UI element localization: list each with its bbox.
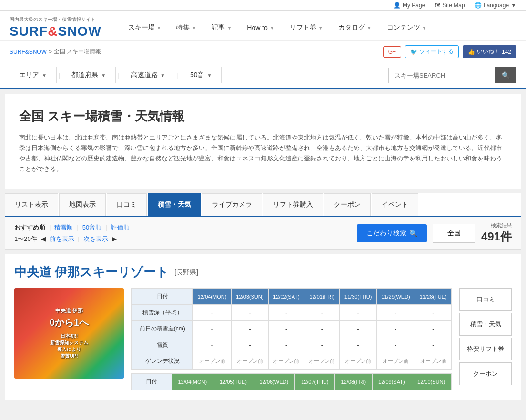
tab-snow[interactable]: 積雪・天気 [148, 193, 201, 216]
snow-quality-label: 雪質 [132, 337, 193, 353]
status-row: ゲレンデ状況 オープン前 オープン前 オープン前 オープン前 オープン前 オープ… [132, 353, 452, 370]
my-page-link[interactable]: 👤 My Page [394, 2, 425, 9]
review-button[interactable]: 口コミ [459, 288, 512, 311]
status-label: ゲレンデ状況 [132, 353, 193, 370]
chevron-down-icon: ▼ [192, 25, 196, 30]
area-filter[interactable]: エリア ▼ [10, 67, 57, 83]
sort-rating[interactable]: 評価順 [111, 223, 130, 232]
snow-depth-label: 積雪深（平均） [132, 305, 193, 321]
tab-livecam[interactable]: ライブカメラ [202, 193, 262, 216]
nav-howto[interactable]: How to ▼ [239, 15, 282, 40]
tab-event[interactable]: イベント [372, 193, 418, 216]
logo[interactable]: SURF&SNOW [10, 24, 101, 39]
fifty-sound-filter[interactable]: 50音 ▼ [181, 67, 222, 83]
chevron-down-icon: ▼ [101, 73, 106, 78]
result-count: 491件 [481, 229, 512, 244]
snow-future-table: 日付 12/04(MON) 12/05(TUE) 12/06(WED) 12/0… [132, 373, 452, 390]
search-input[interactable] [388, 68, 493, 83]
status-7: オープン前 [415, 353, 452, 370]
prefecture-filter[interactable]: 都道府県 ▼ [62, 67, 116, 83]
site-map-link[interactable]: 🗺 Site Map [435, 2, 465, 9]
kodawari-search-button[interactable]: こだわり検索 🔍 [357, 224, 427, 242]
nav-ski-resort[interactable]: スキー場 ▼ [121, 15, 169, 40]
nav-article[interactable]: 記事 ▼ [204, 15, 239, 40]
resort-prefecture: [長野県] [174, 268, 198, 277]
chevron-down-icon: ▼ [42, 73, 47, 78]
chevron-down-icon: ▼ [270, 25, 274, 30]
sort-fifty[interactable]: 50音順 [82, 223, 101, 232]
breadcrumb-bar: SURF&SNOW > 全国 スキー場情報 G+ 🐦 ツィートする 👍 いいね！… [0, 41, 526, 62]
facebook-icon: 👍 [468, 49, 475, 55]
status-5: オープン前 [340, 353, 376, 370]
chevron-down-icon: ▼ [227, 25, 232, 30]
nav-lift-label: リフト券 [290, 23, 316, 32]
nav-article-label: 記事 [212, 23, 225, 32]
prev-page-link[interactable]: 前を表示 [50, 235, 74, 243]
search-button[interactable]: 🔍 [495, 67, 516, 83]
sort-right-group: こだわり検索 🔍 全国 検索結果 491件 [357, 222, 512, 244]
snow-past-table: 日付 12/04(MON) 12/03(SUN) 12/02(SAT) 12/0… [132, 288, 452, 370]
snow-diff-7: - [415, 321, 452, 337]
resort-title: 中央道 伊那スキーリゾート [長野県] [14, 264, 512, 280]
highway-filter[interactable]: 高速道路 ▼ [121, 67, 175, 83]
globe-icon: 🌐 [475, 2, 482, 9]
date-header-label: 日付 [132, 289, 193, 305]
snow-diff-1: - [193, 321, 232, 337]
breadcrumb-home[interactable]: SURF&SNOW [10, 49, 47, 55]
tab-coupon[interactable]: クーポン [324, 193, 371, 216]
region-button[interactable]: 全国 [433, 224, 475, 243]
snow-quality-7: - [415, 337, 452, 353]
snow-diff-5: - [340, 321, 376, 337]
sort-recommended[interactable]: おすすめ順 [14, 223, 45, 232]
result-info: 検索結果 491件 [481, 222, 512, 244]
page-title: 全国 スキー場積雪・天気情報 [19, 108, 507, 125]
resort-image-overlay: 中央道 伊那 0から1へ 日本初!!新雪探知システム導入により雪質UP! [50, 307, 89, 360]
future-date-col-2: 12/05(TUE) [213, 374, 253, 390]
sort-snow[interactable]: 積雪順 [54, 223, 73, 232]
facebook-button[interactable]: 👍 いいね！ 142 [463, 45, 516, 58]
nav-ski-resort-label: スキー場 [128, 23, 155, 32]
snow-depth-5: - [340, 305, 376, 321]
snow-depth-7: - [415, 305, 452, 321]
date-col-7: 11/28(TUE) [415, 289, 452, 305]
nav-catalog[interactable]: カタログ ▼ [331, 15, 379, 40]
nav-feature[interactable]: 特集 ▼ [169, 15, 204, 40]
main-content: 全国 スキー場積雪・天気情報 南北に長い日本は、北は亜寒帯、南は亜熱帯とエリアご… [5, 94, 521, 189]
chevron-down-icon: ▼ [318, 25, 323, 30]
cheap-lift-button[interactable]: 格安リフト券 [459, 338, 512, 360]
main-nav: スキー場 ▼ 特集 ▼ 記事 ▼ How to ▼ リフト券 ▼ カタログ ▼ [121, 15, 516, 40]
future-date-col-1: 12/04(MON) [172, 374, 213, 390]
google-plus-button[interactable]: G+ [383, 46, 401, 58]
chevron-down-icon: ▼ [207, 73, 212, 78]
next-page-link[interactable]: 次を表示 [83, 235, 108, 243]
status-1: オープン前 [193, 353, 232, 370]
snow-diff-4: - [304, 321, 340, 337]
snow-diff-2: - [231, 321, 268, 337]
coupon-button[interactable]: クーポン [459, 362, 512, 385]
user-icon: 👤 [394, 2, 401, 9]
nav-contents-label: コンテンツ [387, 23, 420, 32]
tab-map[interactable]: 地図表示 [59, 193, 106, 216]
snow-depth-3: - [268, 305, 304, 321]
resort-body: 中央道 伊那 0から1へ 日本初!!新雪探知システム導入により雪質UP! 日付 … [14, 288, 512, 390]
nav-contents[interactable]: コンテンツ ▼ [379, 15, 435, 40]
nav-lift-ticket[interactable]: リフト券 ▼ [282, 15, 331, 40]
snow-weather-button[interactable]: 積雪・天気 [459, 313, 512, 336]
chevron-down-icon: ▼ [157, 25, 162, 30]
header: 国内最大級のスキー場・積雪情報サイト SURF&SNOW スキー場 ▼ 特集 ▼… [0, 11, 526, 41]
tab-list[interactable]: リスト表示 [5, 193, 58, 216]
breadcrumb-current: 全国 スキー場情報 [54, 48, 101, 56]
snow-diff-3: - [268, 321, 304, 337]
twitter-button[interactable]: 🐦 ツィートする [405, 45, 459, 58]
status-2: オープン前 [231, 353, 268, 370]
chevron-down-icon: ▼ [511, 2, 516, 9]
google-icon: G+ [388, 49, 396, 55]
breadcrumb: SURF&SNOW > 全国 スキー場情報 [10, 48, 101, 56]
tab-review[interactable]: 口コミ [107, 193, 147, 216]
language-link[interactable]: 🌐 Language ▼ [475, 2, 516, 9]
filter-bar: エリア ▼ | 都道府県 ▼ | 高速道路 ▼ | 50音 ▼ 🔍 [0, 62, 526, 89]
resort-section: 中央道 伊那スキーリゾート [長野県] 中央道 伊那 0から1へ 日本初!!新雪… [5, 254, 521, 400]
resort-image[interactable]: 中央道 伊那 0から1へ 日本初!!新雪探知システム導入により雪質UP! [14, 288, 124, 379]
tab-liftbuy[interactable]: リフト券購入 [263, 193, 323, 216]
chevron-down-icon: ▼ [422, 25, 427, 30]
